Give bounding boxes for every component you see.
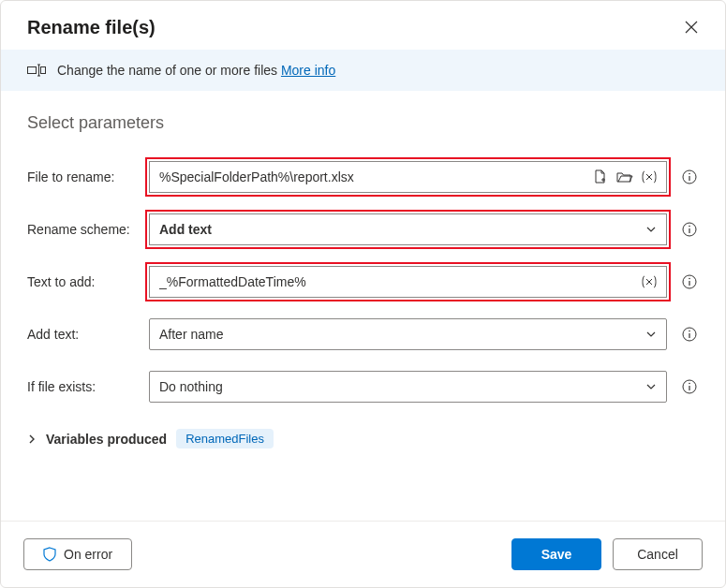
rename-icon — [27, 63, 46, 78]
shield-icon — [43, 547, 56, 562]
chevron-down-icon — [644, 222, 659, 237]
close-icon — [685, 21, 698, 34]
on-error-button[interactable]: On error — [23, 538, 132, 570]
help-add-text[interactable] — [680, 325, 699, 344]
svg-rect-1 — [41, 67, 46, 74]
value-text-to-add: _%FormattedDateTime% — [159, 274, 634, 289]
chevron-right-icon — [27, 434, 37, 444]
value-file-to-rename: %SpecialFolderPath%\report.xlsx — [159, 169, 585, 184]
browse-folder-button[interactable] — [615, 168, 634, 186]
on-error-label: On error — [64, 547, 112, 562]
select-rename-scheme[interactable]: Add text — [149, 213, 667, 245]
save-label: Save — [541, 547, 572, 562]
save-button[interactable]: Save — [511, 538, 601, 570]
svg-point-3 — [689, 173, 690, 175]
folder-open-icon — [616, 170, 633, 184]
file-plus-icon — [593, 169, 608, 184]
banner-text: Change the name of one or more files Mor… — [57, 63, 335, 78]
variable-icon — [641, 275, 658, 288]
parameters-section: File to rename: %SpecialFolderPath%\repo… — [1, 140, 725, 403]
svg-point-9 — [689, 331, 690, 332]
variables-produced-row[interactable]: Variables produced RenamedFiles — [1, 403, 725, 448]
help-if-file-exists[interactable] — [680, 377, 699, 396]
chevron-down-icon — [644, 327, 659, 342]
value-rename-scheme: Add text — [159, 222, 638, 237]
cancel-label: Cancel — [637, 547, 678, 562]
banner-text-content: Change the name of one or more files — [57, 63, 281, 78]
dialog-header: Rename file(s) — [1, 1, 725, 50]
info-icon — [682, 222, 697, 237]
select-if-file-exists[interactable]: Do nothing — [149, 371, 667, 403]
svg-point-5 — [689, 226, 690, 228]
label-add-text: Add text: — [27, 327, 149, 342]
svg-point-7 — [689, 278, 690, 280]
select-file-button[interactable] — [591, 168, 610, 186]
label-rename-scheme: Rename scheme: — [27, 222, 149, 237]
row-rename-scheme: Rename scheme: Add text — [27, 213, 699, 245]
section-title: Select parameters — [1, 91, 725, 140]
select-add-text[interactable]: After name — [149, 318, 667, 350]
label-if-file-exists: If file exists: — [27, 379, 149, 394]
cancel-button[interactable]: Cancel — [613, 538, 703, 570]
info-icon — [682, 274, 697, 289]
variable-picker-button[interactable] — [640, 168, 659, 186]
variables-produced-label: Variables produced — [46, 432, 167, 447]
label-file-to-rename: File to rename: — [27, 169, 149, 184]
help-rename-scheme[interactable] — [680, 220, 699, 239]
variable-icon — [641, 170, 658, 184]
rename-files-dialog: Rename file(s) Change the name of one or… — [0, 0, 726, 588]
help-file-to-rename[interactable] — [680, 168, 699, 186]
row-if-file-exists: If file exists: Do nothing — [27, 371, 699, 403]
input-file-to-rename[interactable]: %SpecialFolderPath%\report.xlsx — [149, 161, 667, 193]
label-text-to-add: Text to add: — [27, 274, 149, 289]
value-add-text: After name — [159, 327, 638, 342]
dialog-footer: On error Save Cancel — [1, 521, 725, 587]
variable-picker-button[interactable] — [640, 272, 659, 291]
variable-chip-renamedfiles[interactable]: RenamedFiles — [176, 429, 274, 448]
info-banner: Change the name of one or more files Mor… — [1, 50, 725, 91]
help-text-to-add[interactable] — [680, 272, 699, 291]
svg-rect-0 — [28, 67, 37, 74]
info-icon — [682, 379, 697, 394]
svg-point-11 — [689, 383, 690, 385]
input-text-to-add[interactable]: _%FormattedDateTime% — [149, 266, 667, 298]
dialog-title: Rename file(s) — [27, 17, 156, 38]
info-icon — [682, 169, 697, 184]
row-file-to-rename: File to rename: %SpecialFolderPath%\repo… — [27, 161, 699, 193]
row-add-text: Add text: After name — [27, 318, 699, 350]
chevron-down-icon — [644, 379, 659, 394]
value-if-file-exists: Do nothing — [159, 379, 638, 394]
row-text-to-add: Text to add: _%FormattedDateTime% — [27, 266, 699, 298]
more-info-link[interactable]: More info — [281, 63, 335, 78]
close-button[interactable] — [678, 14, 704, 40]
info-icon — [682, 327, 697, 342]
